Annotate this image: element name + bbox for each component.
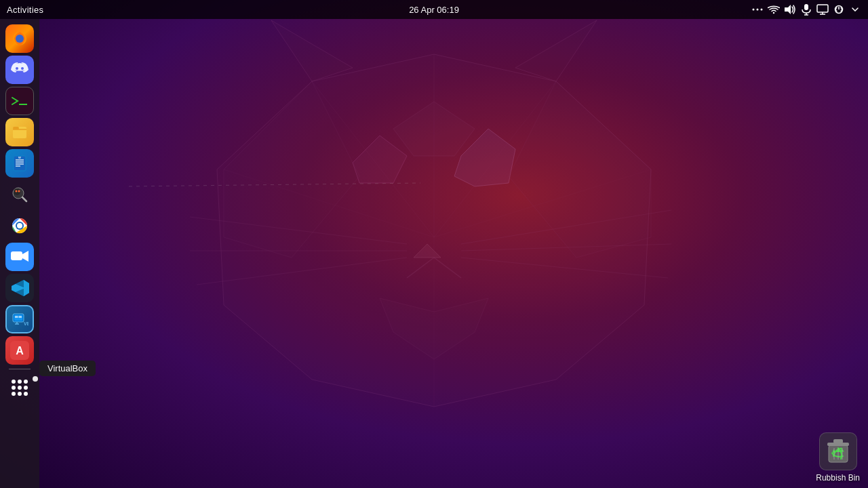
cat-wallpaper-art — [0, 0, 868, 488]
rubbish-bin-icon — [819, 432, 857, 470]
screen-icon[interactable] — [816, 3, 829, 16]
svg-point-54 — [18, 190, 20, 192]
dock: W — [0, 19, 39, 488]
dock-item-appstore[interactable]: A — [5, 336, 34, 365]
dock-item-terminal[interactable] — [5, 87, 34, 115]
svg-rect-29 — [804, 4, 808, 10]
svg-point-26 — [757, 9, 759, 11]
svg-rect-72 — [833, 439, 843, 443]
desktop-background — [0, 0, 868, 488]
svg-point-39 — [16, 67, 18, 70]
dock-item-apps-grid[interactable] — [5, 373, 34, 402]
dock-item-libreoffice-writer[interactable]: W — [5, 149, 34, 178]
svg-text:W: W — [18, 156, 21, 159]
topbar: Activities 26 Apr 06:19 — [0, 0, 868, 19]
svg-rect-32 — [817, 5, 828, 12]
topbar-center: 26 Apr 06:19 — [409, 5, 459, 15]
activities-button[interactable]: Activities — [7, 5, 43, 15]
svg-point-38 — [16, 35, 24, 43]
svg-text:A: A — [16, 345, 24, 357]
svg-marker-60 — [22, 251, 28, 262]
rubbish-bin-desktop-icon[interactable]: Rubbish Bin — [816, 432, 860, 483]
svg-marker-1 — [271, 20, 353, 81]
dock-item-discord[interactable] — [5, 56, 34, 84]
dock-item-magnifier[interactable] — [5, 180, 34, 209]
dock-item-vscode[interactable] — [5, 274, 34, 302]
apps-grid-icon — [12, 380, 28, 396]
power-dropdown-icon[interactable] — [833, 3, 845, 16]
chevron-down-icon[interactable] — [849, 3, 861, 16]
svg-rect-64 — [19, 316, 22, 318]
dock-separator — [9, 369, 31, 369]
more-menu-icon[interactable] — [751, 3, 764, 16]
dock-item-chromium[interactable] — [5, 211, 34, 240]
dock-item-files[interactable] — [5, 118, 34, 146]
volume-icon[interactable] — [784, 3, 796, 16]
svg-point-40 — [21, 67, 24, 70]
svg-text:VB: VB — [24, 321, 28, 326]
dock-item-zoom[interactable] — [5, 243, 34, 271]
wifi-icon[interactable] — [768, 3, 780, 16]
svg-point-27 — [761, 9, 763, 11]
dock-item-virtualbox[interactable]: VB — [5, 305, 34, 333]
dock-item-firefox[interactable] — [5, 24, 34, 53]
rubbish-bin-label: Rubbish Bin — [816, 473, 860, 483]
mouse-cursor — [33, 376, 38, 382]
svg-rect-63 — [15, 316, 18, 318]
topbar-left: Activities — [7, 5, 43, 15]
svg-point-53 — [16, 190, 18, 192]
svg-marker-2 — [515, 20, 597, 81]
mic-icon[interactable] — [800, 3, 812, 16]
datetime-display: 26 Apr 06:19 — [409, 5, 459, 15]
svg-rect-59 — [11, 251, 22, 260]
svg-point-58 — [17, 223, 22, 228]
svg-point-25 — [753, 9, 755, 11]
system-tray — [751, 3, 861, 16]
svg-line-55 — [22, 197, 26, 201]
svg-marker-28 — [785, 5, 791, 14]
svg-rect-43 — [13, 127, 19, 129]
